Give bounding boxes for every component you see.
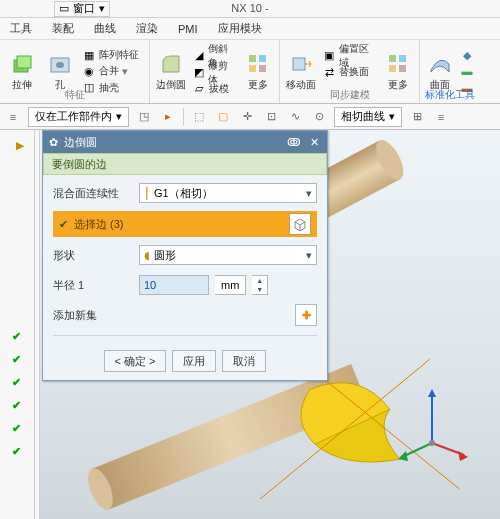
- svg-rect-11: [389, 65, 396, 72]
- close-icon[interactable]: ✕: [307, 135, 321, 149]
- menu-curve[interactable]: 曲线: [84, 21, 126, 36]
- draft-button[interactable]: ▱拔模: [190, 82, 239, 96]
- plus-icon: ✚: [302, 309, 311, 322]
- svg-marker-24: [458, 451, 468, 461]
- move-face-icon: [289, 52, 313, 76]
- check-icon: ✔: [12, 422, 21, 435]
- unit-select[interactable]: mm: [215, 275, 246, 295]
- step-up-icon[interactable]: ▲: [252, 276, 267, 285]
- chevron-down-icon: ▾: [306, 249, 312, 262]
- dialog-section-header[interactable]: 要倒圆的边: [43, 153, 327, 175]
- circle-icon: ◖: [144, 249, 150, 262]
- continuity-select[interactable]: ⎮ G1（相切） ▾: [139, 183, 317, 203]
- extrude-icon: [10, 52, 34, 76]
- svg-rect-12: [399, 65, 406, 72]
- dialog-title: 边倒圆: [64, 135, 281, 150]
- sel-icon-2[interactable]: ▢: [214, 108, 232, 126]
- curve-rule-label: 相切曲线: [341, 109, 385, 124]
- filter-icon-2[interactable]: ▸: [159, 108, 177, 126]
- add-set-label: 添加新集: [53, 308, 133, 323]
- pattern-icon: ▦: [82, 48, 96, 62]
- radius-label: 半径 1: [53, 278, 133, 293]
- select-edge-label: 选择边 (3): [74, 217, 124, 232]
- unite-icon: ◉: [82, 64, 96, 78]
- step-down-icon[interactable]: ▼: [252, 285, 267, 294]
- menu-tools[interactable]: 工具: [0, 21, 42, 36]
- check-icon: ✔: [12, 399, 21, 412]
- sel-icon-5[interactable]: ∿: [286, 108, 304, 126]
- std-tool-2[interactable]: ▬: [458, 64, 476, 79]
- shape-value: 圆形: [154, 248, 176, 263]
- nav-icon[interactable]: ▶: [11, 136, 29, 154]
- tool-icon: ▬: [460, 64, 474, 78]
- menu-assembly[interactable]: 装配: [42, 21, 84, 36]
- edge-blend-button[interactable]: 边倒圆: [154, 48, 188, 96]
- sel-icon-8[interactable]: ≡: [432, 108, 450, 126]
- cancel-button[interactable]: 取消: [222, 350, 266, 372]
- pattern-button[interactable]: ▦阵列特征: [80, 48, 141, 63]
- unite-button[interactable]: ◉合并▾: [80, 64, 141, 79]
- tool-icon: ◆: [460, 48, 474, 62]
- sel-icon-1[interactable]: ⬚: [190, 108, 208, 126]
- svg-point-25: [429, 440, 435, 446]
- radius-input[interactable]: [139, 275, 209, 295]
- sel-icon-3[interactable]: ✛: [238, 108, 256, 126]
- trim-body-button[interactable]: ◩修剪体: [190, 65, 239, 81]
- svg-marker-22: [398, 451, 408, 461]
- select-edge-row[interactable]: ✔ 选择边 (3): [53, 211, 317, 237]
- replace-face-button[interactable]: ⇄替换面: [320, 65, 378, 80]
- shape-select[interactable]: ◖ 圆形 ▾: [139, 245, 317, 265]
- sel-icon-4[interactable]: ⊡: [262, 108, 280, 126]
- filter-icon-1[interactable]: ◳: [135, 108, 153, 126]
- continuity-label: 混合面连续性: [53, 186, 133, 201]
- check-icon: ✔: [12, 445, 21, 458]
- pin-icon[interactable]: ↂ: [287, 135, 301, 149]
- dialog-icon: ✿: [49, 136, 58, 149]
- g1-icon: ⎮: [144, 187, 150, 200]
- chevron-down-icon: ▾: [389, 110, 395, 123]
- more-feature-button[interactable]: 更多: [241, 48, 275, 96]
- edge-blend-icon: [159, 52, 183, 76]
- ok-button[interactable]: < 确定 >: [104, 350, 167, 372]
- apply-button[interactable]: 应用: [172, 350, 216, 372]
- menu-toggle-icon[interactable]: ≡: [4, 108, 22, 126]
- offset-region-button[interactable]: ▣偏置区域: [320, 48, 378, 64]
- menu-pmi[interactable]: PMI: [168, 23, 208, 35]
- chevron-down-icon: ▾: [122, 65, 128, 78]
- menu-render[interactable]: 渲染: [126, 21, 168, 36]
- dialog-titlebar[interactable]: ✿ 边倒圆 ↂ ✕: [43, 131, 327, 153]
- trim-icon: ◩: [192, 66, 205, 80]
- edge-blend-dialog: ✿ 边倒圆 ↂ ✕ 要倒圆的边 混合面连续性 ⎮ G1（相切） ▾ ✔: [42, 130, 328, 381]
- selection-toolbar: ≡ 仅在工作部件内 ▾ ◳ ▸ ⬚ ▢ ✛ ⊡ ∿ ⊙ 相切曲线 ▾ ⊞ ≡: [0, 104, 500, 130]
- curve-rule-select[interactable]: 相切曲线 ▾: [334, 107, 402, 127]
- svg-rect-10: [399, 55, 406, 62]
- add-set-button[interactable]: ✚: [295, 304, 317, 326]
- sel-icon-6[interactable]: ⊙: [310, 108, 328, 126]
- svg-rect-6: [249, 65, 256, 72]
- scope-select[interactable]: 仅在工作部件内 ▾: [28, 107, 129, 127]
- radius-stepper[interactable]: ▲▼: [252, 275, 268, 295]
- select-edge-action[interactable]: [289, 213, 311, 235]
- menu-strip: 工具 装配 曲线 渲染 PMI 应用模块: [0, 18, 500, 40]
- chevron-down-icon: ▾: [99, 2, 105, 15]
- chevron-down-icon: ▾: [306, 187, 312, 200]
- shape-label: 形状: [53, 248, 133, 263]
- svg-point-3: [56, 62, 64, 68]
- check-icon: ✔: [12, 330, 21, 343]
- sel-icon-7[interactable]: ⊞: [408, 108, 426, 126]
- surface-icon: [428, 52, 452, 76]
- offset-icon: ▣: [322, 49, 335, 63]
- std-tool-1[interactable]: ◆: [458, 48, 476, 63]
- view-triad[interactable]: [392, 383, 472, 463]
- app-title: NX 10 -: [231, 2, 268, 14]
- 3d-viewport[interactable]: ✿ 边倒圆 ↂ ✕ 要倒圆的边 混合面连续性 ⎮ G1（相切） ▾ ✔: [40, 130, 500, 519]
- menu-app[interactable]: 应用模块: [208, 21, 272, 36]
- chevron-down-icon: ▾: [116, 110, 122, 123]
- ribbon: 拉伸 孔 ▦阵列特征 ◉合并▾ ◫抽壳 特征 边倒圆 ◢倒斜角 ◩修剪体 ▱拔模: [0, 40, 500, 104]
- window-menu[interactable]: ▭ 窗口 ▾: [54, 1, 110, 17]
- svg-rect-4: [249, 55, 256, 62]
- group-label-sync: 同步建模: [280, 88, 419, 102]
- replace-icon: ⇄: [322, 65, 336, 79]
- hole-icon: [48, 52, 72, 76]
- svg-rect-9: [389, 55, 396, 62]
